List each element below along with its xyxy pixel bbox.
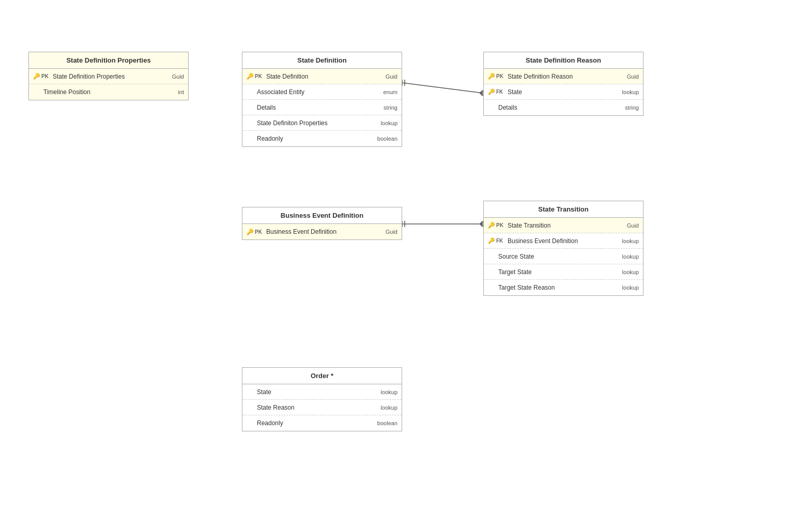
table-row: Target State Reason lookup [484,280,643,295]
entity-state-definition-reason: State Definition Reason 🔑 PK State Defin… [483,52,644,116]
table-row: Readonly boolean [242,415,402,431]
entity-header-sd: State Definition [242,52,402,69]
table-row: Details string [484,100,643,115]
table-row: Readonly boolean [242,131,402,146]
entity-state-definition-properties: State Definition Properties 🔑 PK State D… [28,52,189,100]
key-icon: 🔑 [488,73,495,80]
table-row: 🔑 FK State lookup [484,84,643,100]
table-row: Details string [242,100,402,115]
entity-header-order: Order * [242,368,402,384]
table-row: 🔑 FK Business Event Definition lookup [484,233,643,249]
table-row: 🔑 PK State Definition Reason Guid [484,69,643,84]
table-row: State lookup [242,384,402,400]
entity-header-bed: Business Event Definition [242,207,402,224]
diagram-canvas: State Definition Properties 🔑 PK State D… [0,0,812,525]
key-icon: 🔑 [247,73,254,80]
table-row: Associated Entity enum [242,84,402,100]
entity-header-sdr: State Definition Reason [484,52,643,69]
entity-state-definition: State Definition 🔑 PK State Definition G… [242,52,402,147]
key-icon: 🔑 [247,229,254,235]
table-row: Target State lookup [484,264,643,280]
table-row: 🔑 PK State Definition Properties Guid [29,69,188,84]
entity-header-st: State Transition [484,201,643,218]
key-icon: 🔑 [488,237,495,244]
key-icon: 🔑 [33,73,40,80]
key-icon: 🔑 [488,88,495,95]
entity-business-event-definition: Business Event Definition 🔑 PK Business … [242,207,402,240]
table-row: Timeline Position int [29,84,188,100]
entity-order: Order * State lookup State Reason lookup… [242,367,402,431]
table-row: State Reason lookup [242,400,402,415]
table-row: 🔑 PK State Transition Guid [484,218,643,233]
svg-line-0 [402,83,483,93]
entity-header-sdp: State Definition Properties [29,52,188,69]
entity-state-transition: State Transition 🔑 PK State Transition G… [483,201,644,296]
table-row: 🔑 PK Business Event Definition Guid [242,224,402,239]
table-row: State Definiton Properties lookup [242,115,402,131]
table-row: Source State lookup [484,249,643,264]
key-icon: 🔑 [488,222,495,229]
table-row: 🔑 PK State Definition Guid [242,69,402,84]
